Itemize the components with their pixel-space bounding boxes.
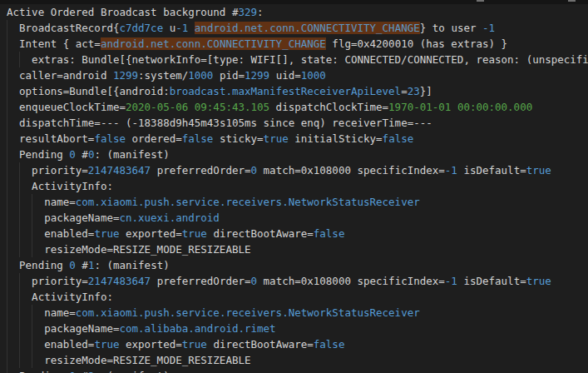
code-line: Pending 0 #2: (manifest) [0,368,588,373]
search-match-highlight: android.net.conn.CONNECTIVITY_CHANGE [101,37,326,50]
code-line: ActivityInfo: [0,178,588,194]
code-line: packageName=cn.xuexi.android [0,210,588,226]
code-line: priority=2147483647 preferredOrder=0 mat… [0,162,588,178]
code-line: extras: Bundle[{networkInfo=[type: WIFI[… [0,52,588,67]
code-line: packageName=com.alibaba.android.rimet [0,321,588,336]
code-line: resizeMode=RESIZE_MODE_RESIZEABLE [0,352,588,368]
code-line: resultAbort=false ordered=false sticky=t… [0,131,588,147]
clipped-text-fragment [477,0,484,2]
editor-log-view: Active Ordered Broadcast background #329… [0,0,588,373]
code-line: name=com.xiaomi.push.service.receivers.N… [0,194,588,210]
code-line: name=com.xiaomi.push.service.receivers.N… [0,305,588,321]
code-line: ActivityInfo: [0,289,588,305]
code-line: options=Bundle[{android:broadcast.maxMan… [0,83,588,99]
clipped-text-fragment [568,0,576,2]
code-line: resizeMode=RESIZE_MODE_RESIZEABLE [0,241,588,257]
code-line: Pending 0 #1: (manifest) [0,257,588,273]
code-line: Intent { act=android.net.conn.CONNECTIVI… [0,36,588,52]
code-line: Active Ordered Broadcast background #329… [0,4,588,20]
code-line: enabled=true exported=true directBootAwa… [0,336,588,352]
code-line: enabled=true exported=true directBootAwa… [0,226,588,241]
code-line: Pending 0 #0: (manifest) [0,147,588,162]
code-area[interactable]: Active Ordered Broadcast background #329… [0,4,588,373]
code-line: caller=android 1299:system/1000 pid=1299… [0,67,588,83]
search-match-highlight: android.net.conn.CONNECTIVITY_CHANGE [195,22,420,34]
code-line: BroadcastRecord{c7dd7ce u-1 android.net.… [0,20,588,36]
code-line: priority=2147483647 preferredOrder=0 mat… [0,273,588,289]
code-line: enqueueClockTime=2020-05-06 09:45:43.105… [0,99,588,115]
code-line: dispatchTime=--- (-18388d9h45m43s105ms s… [0,115,588,131]
